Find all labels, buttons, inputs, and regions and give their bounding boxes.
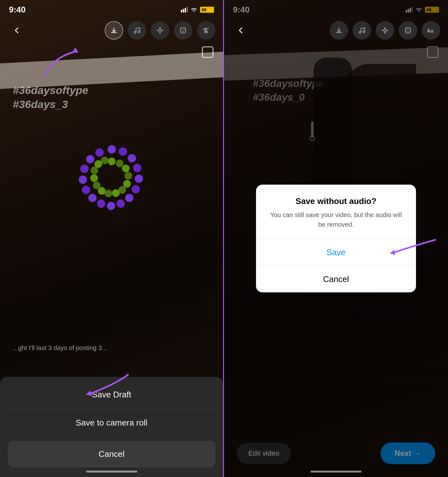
sticker-icon (179, 27, 187, 34)
right-toolbar: Aa (224, 18, 448, 43)
svg-point-23 (105, 190, 112, 197)
right-sparkle-icon (381, 27, 389, 34)
svg-point-39 (407, 29, 408, 30)
svg-point-12 (79, 176, 87, 184)
svg-point-40 (409, 29, 410, 30)
svg-point-16 (108, 158, 116, 165)
svg-point-7 (116, 199, 125, 208)
dialog-cancel-button[interactable]: Cancel (256, 266, 416, 293)
left-time: 9:40 (9, 5, 26, 15)
save-draft-option[interactable]: Save Draft (8, 381, 215, 409)
svg-point-8 (107, 202, 115, 210)
svg-point-5 (132, 185, 140, 193)
svg-point-1 (119, 147, 127, 156)
dialog-save-button[interactable]: Save (256, 239, 416, 266)
svg-rect-38 (405, 28, 411, 33)
left-download-button[interactable] (105, 21, 123, 40)
caption-text: ...ght I'll last 3 days of posting 3... (13, 343, 210, 352)
right-download-button[interactable] (330, 21, 348, 40)
svg-point-18 (122, 165, 130, 172)
svg-point-19 (124, 172, 132, 180)
right-music-button[interactable] (353, 21, 371, 40)
right-sparkle-button[interactable] (376, 21, 394, 40)
svg-point-3 (133, 164, 141, 172)
right-home-indicator (310, 471, 362, 473)
svg-point-15 (95, 148, 104, 157)
svg-point-30 (134, 31, 136, 33)
sparkle-icon (156, 27, 164, 34)
svg-point-13 (80, 165, 89, 173)
svg-point-6 (125, 194, 133, 202)
right-toolbar-icons: Aa (330, 21, 440, 40)
right-text-icon: Aa (426, 27, 436, 34)
dialog-body: You can still save your video, but the a… (256, 210, 416, 239)
svg-point-17 (116, 160, 124, 167)
svg-point-20 (123, 180, 131, 188)
right-phone-panel: #36daysoftype #36days_0 9:40 (224, 0, 448, 477)
right-music-icon (358, 27, 366, 34)
svg-text:Aa: Aa (204, 30, 208, 34)
left-hashtag-text: #36daysoftype #36days_3 (13, 83, 88, 111)
right-sticker-icon (404, 27, 412, 34)
dialog-title: Save without audio? (256, 185, 416, 210)
music-icon (133, 27, 141, 34)
square-icon (202, 46, 213, 58)
svg-point-22 (112, 189, 120, 197)
svg-rect-32 (180, 28, 186, 33)
right-sticker-button[interactable] (399, 21, 417, 40)
left-bottom-sheet: Save Draft Save to camera roll Cancel (0, 377, 223, 477)
svg-point-0 (108, 145, 116, 153)
svg-text:Aa: Aa (427, 28, 434, 34)
svg-point-14 (86, 155, 94, 163)
svg-point-31 (138, 31, 140, 33)
svg-point-11 (82, 186, 90, 194)
chevron-left-icon (13, 27, 20, 34)
left-text-button[interactable]: Aa (197, 21, 215, 40)
left-status-bar: 9:40 69 ⚡ (0, 0, 223, 19)
left-phone-panel: #36daysoftype #36days_3 ...ght I'll last… (0, 0, 224, 477)
svg-point-34 (184, 29, 185, 30)
svg-point-10 (88, 194, 97, 202)
save-to-camera-roll-option[interactable]: Save to camera roll (8, 409, 215, 437)
left-back-button[interactable] (8, 21, 26, 40)
svg-point-25 (93, 182, 100, 189)
svg-point-37 (363, 31, 365, 33)
save-without-audio-dialog: Save without audio? You can still save y… (256, 185, 416, 293)
svg-point-26 (90, 174, 98, 182)
svg-point-2 (128, 154, 136, 162)
left-toolbar-icons: Aa (105, 21, 215, 40)
left-toolbar: Aa (0, 18, 223, 43)
left-sparkle-button[interactable] (151, 21, 169, 40)
left-battery: 69 ⚡ (200, 7, 214, 13)
svg-point-29 (101, 157, 108, 164)
left-home-indicator (86, 471, 137, 473)
left-cancel-button[interactable]: Cancel (8, 441, 215, 467)
right-text-button[interactable]: Aa (422, 21, 440, 40)
svg-point-27 (91, 167, 98, 174)
svg-point-36 (359, 31, 361, 33)
text-icon: Aa (202, 27, 210, 34)
left-signal-icon (181, 7, 188, 12)
svg-point-9 (97, 199, 105, 208)
download-icon (110, 27, 118, 34)
right-back-button[interactable] (232, 21, 250, 40)
svg-point-4 (135, 175, 143, 183)
left-status-icons: 69 ⚡ (181, 7, 214, 13)
right-download-icon (335, 27, 343, 34)
svg-point-33 (182, 29, 183, 30)
left-music-button[interactable] (128, 21, 146, 40)
bead-ring-image (70, 140, 153, 223)
left-sticker-button[interactable] (174, 21, 192, 40)
right-chevron-left-icon (237, 27, 244, 34)
left-wifi-icon (190, 7, 197, 12)
